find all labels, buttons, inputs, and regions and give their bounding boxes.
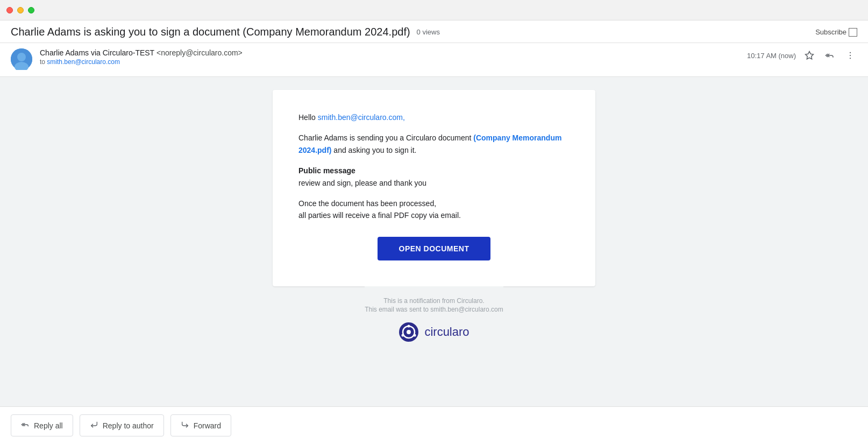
avatar-svg xyxy=(11,48,32,70)
to-email[interactable]: smith.ben@circularo.com xyxy=(47,58,120,66)
reply-author-btn-icon xyxy=(90,420,98,431)
intro-paragraph: Charlie Adams is sending you a Circularo… xyxy=(298,132,570,156)
close-icon[interactable] xyxy=(6,7,13,13)
svg-point-12 xyxy=(402,334,404,336)
star-button[interactable] xyxy=(802,48,816,62)
more-options-button[interactable] xyxy=(843,48,857,62)
footer-note-2: This email was sent to smith.ben@circula… xyxy=(365,306,503,313)
avatar xyxy=(11,48,32,70)
forward-button[interactable]: Forward xyxy=(170,414,231,436)
maximize-icon[interactable] xyxy=(28,7,34,13)
circularo-brand-name: circularo xyxy=(424,325,469,339)
svg-point-11 xyxy=(414,334,416,336)
processed-line2: all parties will receive a final PDF cop… xyxy=(298,211,461,220)
sender-to: to smith.ben@circularo.com xyxy=(40,58,243,66)
email-title-bar: Charlie Adams is asking you to sign a do… xyxy=(0,20,868,43)
reply-all-button[interactable]: Reply all xyxy=(11,414,73,436)
to-label: to xyxy=(40,58,45,66)
reply-all-label: Reply all xyxy=(34,421,63,430)
greeting-email[interactable]: smith.ben@circularo.com, xyxy=(318,113,405,122)
public-message-paragraph: Public message review and sign, please a… xyxy=(298,165,570,189)
intro-end: and asking you to sign it. xyxy=(331,146,416,154)
views-badge: 0 views xyxy=(417,28,440,36)
greeting-paragraph: Hello smith.ben@circularo.com, xyxy=(298,111,570,123)
public-message-body: review and sign, please and thank you xyxy=(298,179,426,187)
processed-line1: Once the document has been processed, xyxy=(298,199,436,208)
open-document-button[interactable]: OPEN DOCUMENT xyxy=(378,237,491,260)
sender-left: Charlie Adams via Circularo-TEST <norepl… xyxy=(11,48,243,70)
public-message-label: Public message xyxy=(298,166,355,175)
email-body: Hello smith.ben@circularo.com, Charlie A… xyxy=(0,77,868,400)
open-doc-container: OPEN DOCUMENT xyxy=(298,237,570,260)
subscribe-button[interactable]: Subscribe xyxy=(815,28,857,37)
sender-info: Charlie Adams via Circularo-TEST <norepl… xyxy=(40,48,243,66)
processed-paragraph: Once the document has been processed, al… xyxy=(298,198,570,222)
svg-point-4 xyxy=(850,52,851,53)
subscribe-label: Subscribe xyxy=(815,28,846,36)
svg-marker-3 xyxy=(806,52,814,59)
forward-label: Forward xyxy=(194,421,221,430)
sender-name: Charlie Adams via Circularo-TEST xyxy=(40,48,154,57)
sender-email: <noreply@circularo.com> xyxy=(156,48,243,57)
reply-all-btn-icon xyxy=(21,420,30,431)
sender-name-line: Charlie Adams via Circularo-TEST <norepl… xyxy=(40,48,243,57)
reply-all-icon xyxy=(825,51,835,60)
action-bar: Reply all Reply to author Forward xyxy=(0,406,868,444)
svg-point-10 xyxy=(408,325,410,327)
forward-btn-icon xyxy=(181,420,189,431)
circularo-logo: circularo xyxy=(365,322,503,342)
subject-line: Charlie Adams is asking you to sign a do… xyxy=(11,26,440,38)
greeting-text: Hello xyxy=(298,113,318,122)
email-footer: This is a notification from Circularo. T… xyxy=(365,286,503,348)
sender-right: 10:17 AM (now) xyxy=(747,48,857,62)
email-card: Hello smith.ben@circularo.com, Charlie A… xyxy=(273,90,595,286)
content-area: Hello smith.ben@circularo.com, Charlie A… xyxy=(0,77,868,400)
svg-point-6 xyxy=(850,58,851,59)
intro-text: Charlie Adams is sending you a Circularo… xyxy=(298,133,473,142)
svg-point-9 xyxy=(407,330,411,334)
svg-point-5 xyxy=(850,55,851,56)
more-icon xyxy=(845,51,855,60)
titlebar xyxy=(0,0,868,20)
circularo-brand-icon xyxy=(399,322,419,342)
email-time: 10:17 AM (now) xyxy=(747,52,796,60)
reply-author-label: Reply to author xyxy=(103,421,154,430)
email-subject: Charlie Adams is asking you to sign a do… xyxy=(11,26,410,38)
sender-row: Charlie Adams via Circularo-TEST <norepl… xyxy=(0,43,868,77)
subscribe-checkbox-icon xyxy=(849,28,857,37)
minimize-icon[interactable] xyxy=(17,7,24,13)
svg-point-1 xyxy=(17,53,26,61)
star-icon xyxy=(805,51,814,60)
reply-all-icon-button[interactable] xyxy=(823,48,837,62)
footer-note-1: This is a notification from Circularo. xyxy=(365,297,503,305)
reply-author-button[interactable]: Reply to author xyxy=(80,414,164,436)
